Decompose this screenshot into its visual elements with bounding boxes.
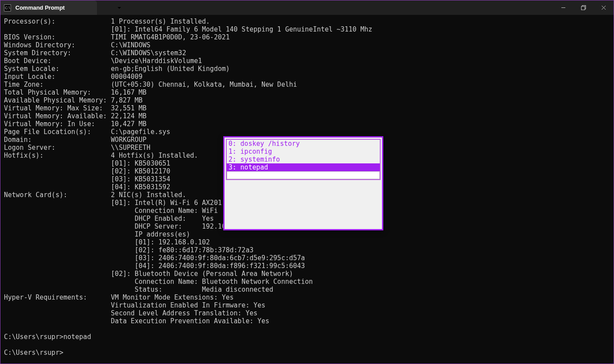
terminal-line: IP address(es) xyxy=(4,230,610,238)
titlebar-drag-region[interactable] xyxy=(127,0,553,15)
history-filter-input[interactable] xyxy=(227,171,380,179)
tab-title: Command Prompt xyxy=(15,4,79,11)
terminal-window: C:\ Command Prompt xyxy=(0,0,614,364)
new-tab-button[interactable] xyxy=(97,0,112,15)
terminal-line: Available Physical Memory: 7,827 MB xyxy=(4,96,610,104)
terminal-line: Virtualization Enabled In Firmware: Yes xyxy=(4,301,610,309)
tab-actions xyxy=(97,0,127,15)
terminal-line: Time Zone: (UTC+05:30) Chennai, Kolkata,… xyxy=(4,81,610,88)
cmd-icon: C:\ xyxy=(4,4,11,11)
terminal-line: System Locale: en-gb;English (United Kin… xyxy=(4,65,610,73)
history-item[interactable]: 0: doskey /history xyxy=(227,140,380,148)
titlebar: C:\ Command Prompt xyxy=(0,0,614,15)
terminal-line: Windows Directory: C:\WINDOWS xyxy=(4,41,610,49)
terminal-line: BIOS Version: TIMI RMATG4B1P0D0D, 23-06-… xyxy=(4,33,610,41)
tab-dropdown-button[interactable] xyxy=(112,0,127,15)
terminal-line: [03]: 2406:7400:9f:80da:6cb7:d5e9:295c:d… xyxy=(4,254,610,262)
terminal-line: Total Physical Memory: 16,167 MB xyxy=(4,88,610,96)
terminal-line: Virtual Memory: In Use: 10,427 MB xyxy=(4,120,610,128)
tab-close-button[interactable] xyxy=(83,4,92,12)
terminal-line: [01]: 192.168.0.102 xyxy=(4,238,610,246)
terminal-line: System Directory: C:\WINDOWS\system32 xyxy=(4,49,610,57)
terminal-line: [02]: Bluetooth Device (Personal Area Ne… xyxy=(4,270,610,278)
close-button[interactable] xyxy=(593,0,614,15)
terminal-line: Connection Name: Bluetooth Network Conne… xyxy=(4,278,610,286)
prompt-line-current[interactable]: C:\Users\rsupr> xyxy=(4,349,610,357)
terminal-line: Virtual Memory: Available: 22,124 MB xyxy=(4,112,610,120)
history-item[interactable]: 1: ipconfig xyxy=(227,148,380,155)
history-item[interactable]: 2: systeminfo xyxy=(227,155,380,163)
terminal-line: Hyper-V Requirements: VM Monitor Mode Ex… xyxy=(4,293,610,301)
maximize-button[interactable] xyxy=(573,0,593,15)
history-item[interactable]: 3: notepad xyxy=(227,163,380,171)
terminal-line: Page File Location(s): C:\pagefile.sys xyxy=(4,128,610,136)
svg-rect-1 xyxy=(581,7,585,10)
terminal-line: Processor(s): 1 Processor(s) Installed. xyxy=(4,18,610,25)
window-controls xyxy=(553,0,614,15)
terminal-line: Second Level Address Translation: Yes xyxy=(4,309,610,317)
command-history-popup: 0: doskey /history1: ipconfig2: systemin… xyxy=(223,136,383,230)
terminal-line: Status: Media disconnected xyxy=(4,286,610,293)
prompt-line: C:\Users\rsupr>notepad xyxy=(4,333,610,341)
tab-command-prompt[interactable]: C:\ Command Prompt xyxy=(0,0,97,15)
terminal-line: Virtual Memory: Max Size: 32,551 MB xyxy=(4,104,610,112)
terminal-line: Data Execution Prevention Available: Yes xyxy=(4,317,610,325)
terminal-line: [01]: Intel64 Family 6 Model 140 Steppin… xyxy=(4,25,610,33)
terminal-line: [04]: 2406:7400:9f:80da:f896:f321:99c5:6… xyxy=(4,262,610,270)
terminal-line: [02]: fe80::6d17:78b:378d:72a3 xyxy=(4,246,610,254)
terminal-line: Boot Device: \Device\HarddiskVolume1 xyxy=(4,57,610,65)
terminal-line: Input Locale: 00004009 xyxy=(4,73,610,81)
minimize-button[interactable] xyxy=(553,0,573,15)
